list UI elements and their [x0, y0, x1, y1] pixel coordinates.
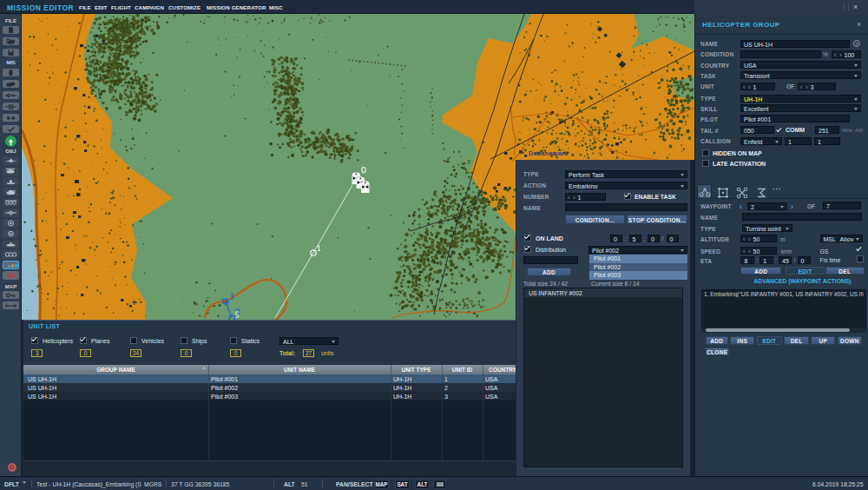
svg-text:Dedkhamari: Dedkhamari [529, 149, 566, 157]
